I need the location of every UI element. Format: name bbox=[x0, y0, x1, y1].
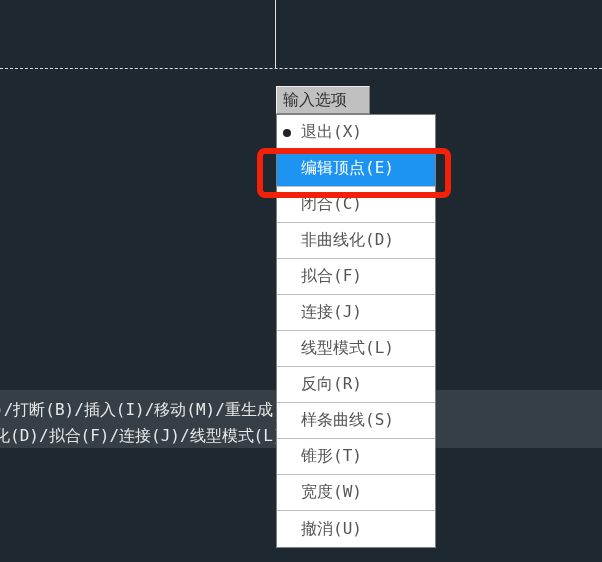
menu-item-9[interactable]: 锥形(T) bbox=[277, 439, 435, 475]
menu-item-label: 锥形(T) bbox=[301, 446, 362, 467]
menu-item-7[interactable]: 反向(R) bbox=[277, 367, 435, 403]
crosshair-vertical bbox=[275, 0, 276, 68]
context-menu: 输入选项 退出(X)编辑顶点(E)闭合(C)非曲线化(D)拟合(F)连接(J)线… bbox=[276, 86, 436, 548]
menu-item-4[interactable]: 拟合(F) bbox=[277, 259, 435, 295]
context-menu-body: 退出(X)编辑顶点(E)闭合(C)非曲线化(D)拟合(F)连接(J)线型模式(L… bbox=[276, 114, 436, 548]
menu-item-label: 非曲线化(D) bbox=[301, 230, 394, 251]
menu-item-2[interactable]: 闭合(C) bbox=[277, 187, 435, 223]
menu-item-label: 撤消(U) bbox=[301, 519, 362, 540]
menu-item-label: 线型模式(L) bbox=[301, 338, 394, 359]
menu-item-label: 反向(R) bbox=[301, 374, 362, 395]
bullet-icon bbox=[283, 129, 291, 137]
crosshair-horizontal bbox=[0, 68, 602, 69]
menu-item-label: 样条曲线(S) bbox=[301, 410, 394, 431]
menu-item-11[interactable]: 撤消(U) bbox=[277, 511, 435, 547]
menu-item-10[interactable]: 宽度(W) bbox=[277, 475, 435, 511]
menu-item-1[interactable]: 编辑顶点(E) bbox=[277, 151, 435, 187]
menu-item-5[interactable]: 连接(J) bbox=[277, 295, 435, 331]
menu-item-label: 退出(X) bbox=[301, 122, 362, 143]
menu-item-label: 闭合(C) bbox=[301, 194, 362, 215]
menu-item-0[interactable]: 退出(X) bbox=[277, 115, 435, 151]
menu-item-label: 拟合(F) bbox=[301, 266, 362, 287]
menu-item-3[interactable]: 非曲线化(D) bbox=[277, 223, 435, 259]
menu-item-8[interactable]: 样条曲线(S) bbox=[277, 403, 435, 439]
menu-item-label: 连接(J) bbox=[301, 302, 362, 323]
menu-item-label: 宽度(W) bbox=[301, 482, 362, 503]
menu-item-6[interactable]: 线型模式(L) bbox=[277, 331, 435, 367]
menu-item-label: 编辑顶点(E) bbox=[301, 158, 394, 179]
context-menu-header: 输入选项 bbox=[276, 86, 370, 114]
